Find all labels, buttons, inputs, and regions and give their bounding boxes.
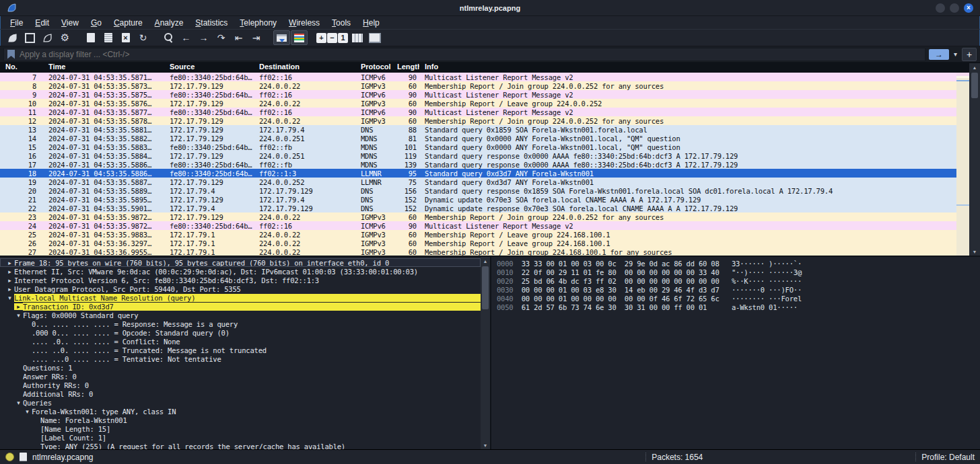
collapse-arrow-icon[interactable]: ▾ xyxy=(5,295,14,301)
menu-item-view[interactable]: View xyxy=(55,17,85,28)
packet-row-9[interactable]: 92024-07-31 04:53:35.5875…fe80::3340:25b… xyxy=(0,90,980,99)
detail-line[interactable]: ▸User Datagram Protocol, Src Port: 59440… xyxy=(0,284,481,293)
go-forward-icon[interactable]: → xyxy=(195,30,212,45)
packet-row-14[interactable]: 142024-07-31 04:53:35.5882…172.17.79.129… xyxy=(0,134,980,143)
find-packet-icon[interactable] xyxy=(160,30,177,45)
open-file-icon[interactable] xyxy=(82,30,99,45)
close-file-icon[interactable] xyxy=(117,30,134,45)
menu-item-statistics[interactable]: Statistics xyxy=(189,17,234,28)
menu-item-analyze[interactable]: Analyze xyxy=(149,17,190,28)
minimize-button[interactable] xyxy=(936,3,945,13)
go-last-packet-icon[interactable]: ⇥ xyxy=(248,30,265,45)
detail-line[interactable]: .... ..0. .... .... = Truncated: Message… xyxy=(0,346,481,354)
go-to-packet-icon[interactable]: ↷ xyxy=(213,30,230,45)
column-header-length[interactable]: Length xyxy=(392,63,419,73)
column-header-time[interactable]: Time xyxy=(43,63,164,73)
scrollbar-thumb[interactable] xyxy=(482,266,489,309)
packet-row-21[interactable]: 212024-07-31 04:53:35.5895…172.17.79.129… xyxy=(0,195,980,204)
status-profile[interactable]: Profile: Default xyxy=(921,453,975,462)
column-header-source[interactable]: Source xyxy=(164,63,254,73)
scroll-down-icon[interactable]: ▼ xyxy=(481,441,490,449)
filter-dropdown-caret-icon[interactable]: ▾ xyxy=(952,50,958,58)
restart-capture-icon[interactable] xyxy=(39,30,56,45)
expand-arrow-icon[interactable]: ▸ xyxy=(5,260,14,266)
scroll-down-icon[interactable]: ▼ xyxy=(969,247,980,256)
menu-item-edit[interactable]: Edit xyxy=(29,17,55,28)
packet-list-scrollbar[interactable]: ▲ ▼ xyxy=(969,63,980,256)
detail-line[interactable]: ▾Queries xyxy=(0,398,481,407)
zoom-out-icon[interactable]: − xyxy=(327,33,337,43)
detail-line[interactable]: ▸Ethernet II, Src: VMware_9e:0d:ac (00:0… xyxy=(0,267,481,276)
colorize-packets-icon[interactable] xyxy=(291,30,308,45)
layout-icon[interactable] xyxy=(366,30,383,45)
packet-row-26[interactable]: 262024-07-31 04:53:36.3297…172.17.79.122… xyxy=(0,239,980,247)
hex-row[interactable]: 0050 61 2d 57 6b 73 74 6e 30 30 31 00 00… xyxy=(497,303,980,312)
scroll-up-icon[interactable]: ▲ xyxy=(969,63,980,71)
intelligent-scrollbar-minimap[interactable] xyxy=(956,73,969,256)
start-capture-icon[interactable] xyxy=(4,30,21,45)
expert-info-icon[interactable] xyxy=(5,453,14,461)
detail-line[interactable]: Additional RRs: 0 xyxy=(0,389,481,398)
detail-line[interactable]: ▸Internet Protocol Version 6, Src: fe80:… xyxy=(0,276,481,284)
menu-item-capture[interactable]: Capture xyxy=(108,17,149,28)
detail-line[interactable]: ▾Flags: 0x0000 Standard query xyxy=(0,311,481,319)
packet-row-13[interactable]: 132024-07-31 04:53:35.5881…172.17.79.129… xyxy=(0,125,980,134)
detail-line[interactable]: ▾Forela-Wkstn001: type ANY, class IN xyxy=(0,407,481,416)
packet-row-18[interactable]: 182024-07-31 04:53:35.5886…fe80::3340:25… xyxy=(0,169,980,178)
detail-line[interactable]: ▾Link-local Multicast Name Resolution (q… xyxy=(0,293,481,302)
detail-line[interactable]: .000 0... .... .... = Opcode: Standard q… xyxy=(0,328,481,337)
detail-line[interactable]: ▸Transaction ID: 0xd3d7 xyxy=(0,302,481,311)
hex-row[interactable]: 0010 22 0f 00 29 11 01 fe 80 00 00 00 00… xyxy=(497,268,980,277)
maximize-button[interactable] xyxy=(950,3,959,13)
stop-capture-icon[interactable] xyxy=(22,30,38,45)
auto-scroll-icon[interactable] xyxy=(273,30,290,45)
packet-row-11[interactable]: 112024-07-31 04:53:35.5877…fe80::3340:25… xyxy=(0,108,980,116)
packet-row-25[interactable]: 252024-07-31 04:53:35.9883…172.17.79.122… xyxy=(0,230,980,239)
go-first-packet-icon[interactable]: ⇤ xyxy=(230,30,247,45)
column-header-protocol[interactable]: Protocol xyxy=(355,63,392,73)
packet-row-19[interactable]: 192024-07-31 04:53:35.5887…172.17.79.129… xyxy=(0,178,980,186)
hex-row[interactable]: 0030 00 00 00 01 00 03 e8 30 14 eb 00 29… xyxy=(497,286,980,295)
packet-row-27[interactable]: 272024-07-31 04:53:36.9955…172.17.79.122… xyxy=(0,247,980,256)
collapse-arrow-icon[interactable]: ▾ xyxy=(23,408,32,415)
resize-columns-icon[interactable] xyxy=(349,30,365,45)
capture-options-icon[interactable]: ⚙ xyxy=(57,30,73,45)
scroll-up-icon[interactable]: ▲ xyxy=(481,257,490,265)
bookmark-icon[interactable] xyxy=(7,50,15,59)
packet-row-8[interactable]: 82024-07-31 04:53:35.5873…172.17.79.1292… xyxy=(0,81,980,90)
add-filter-button[interactable]: + xyxy=(962,48,977,61)
menu-item-help[interactable]: Help xyxy=(357,17,386,28)
save-file-icon[interactable] xyxy=(100,30,116,45)
packet-row-15[interactable]: 152024-07-31 04:53:35.5883…fe80::3340:25… xyxy=(0,143,980,151)
collapse-arrow-icon[interactable]: ▾ xyxy=(14,399,23,406)
display-filter-field[interactable] xyxy=(3,48,925,61)
hex-row[interactable]: 0000 33 33 00 01 00 03 00 0c 29 9e 0d ac… xyxy=(497,260,980,268)
zoom-in-icon[interactable]: + xyxy=(316,33,326,43)
detail-line[interactable]: Authority RRs: 0 xyxy=(0,381,481,389)
packet-row-20[interactable]: 202024-07-31 04:53:35.5889…172.17.79.417… xyxy=(0,186,980,195)
collapse-arrow-icon[interactable]: ▾ xyxy=(14,312,23,319)
capture-comments-icon[interactable] xyxy=(20,453,27,461)
menu-item-go[interactable]: Go xyxy=(85,17,108,28)
details-scrollbar[interactable]: ▲ ▼ xyxy=(481,257,490,449)
detail-line[interactable]: Questions: 1 xyxy=(0,363,481,372)
packet-row-22[interactable]: 222024-07-31 04:53:35.5901…172.17.79.417… xyxy=(0,204,980,212)
menu-item-file[interactable]: File xyxy=(4,17,29,28)
go-back-icon[interactable]: ← xyxy=(178,30,195,45)
detail-line[interactable]: .... .0.. .... .... = Conflict: None xyxy=(0,337,481,346)
detail-line[interactable]: Name: Forela-Wkstn001 xyxy=(0,416,481,424)
detail-line[interactable]: Type: ANY (255) (A request for all recor… xyxy=(0,442,481,449)
display-filter-input[interactable] xyxy=(20,50,925,59)
packet-row-12[interactable]: 122024-07-31 04:53:35.5878…172.17.79.129… xyxy=(0,116,980,125)
expand-arrow-icon[interactable]: ▸ xyxy=(5,268,14,275)
packet-row-17[interactable]: 172024-07-31 04:53:35.5886…fe80::3340:25… xyxy=(0,160,980,169)
menu-item-wireless[interactable]: Wireless xyxy=(283,17,326,28)
detail-line[interactable]: 0... .... .... .... = Response: Message … xyxy=(0,319,481,328)
detail-line[interactable]: [Name Length: 15] xyxy=(0,424,481,433)
menu-item-tools[interactable]: Tools xyxy=(326,17,357,28)
expand-arrow-icon[interactable]: ▸ xyxy=(5,286,14,293)
detail-line[interactable]: Answer RRs: 0 xyxy=(0,372,481,381)
menu-item-telephony[interactable]: Telephony xyxy=(234,17,283,28)
detail-line[interactable]: [Label Count: 1] xyxy=(0,433,481,442)
zoom-100-icon[interactable]: 1 xyxy=(338,33,348,43)
